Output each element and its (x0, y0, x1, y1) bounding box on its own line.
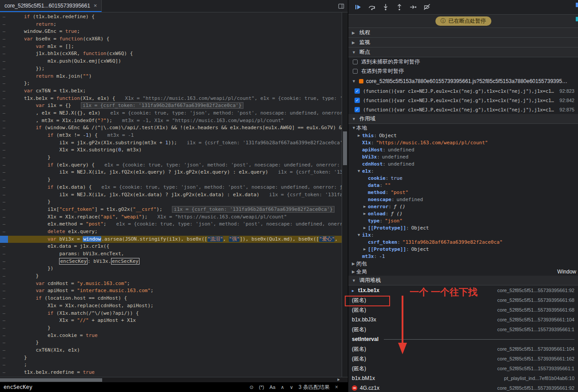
call-stack-frame[interactable]: (匿名)core_52f85c5f51...55739395661:68 (348, 305, 578, 315)
code-text[interactable]: } (8, 198, 51, 206)
regex-toggle-icon[interactable]: (*) (259, 384, 264, 390)
call-stack-frame[interactable]: (匿名)core_52f85c5f51...155739395661:1 (348, 364, 578, 373)
code-text[interactable]: m1x.push(Qu1x.emj[cxW6Q]) (8, 58, 121, 65)
code-line[interactable]: – }) (0, 265, 342, 273)
scope-variable-row[interactable]: method:"post" (348, 189, 578, 196)
fold-marker-icon[interactable]: – (0, 132, 8, 139)
fold-marker-icon[interactable]: – (0, 73, 8, 80)
fold-marker-icon[interactable]: – (0, 176, 8, 184)
fold-marker-icon[interactable]: – (0, 124, 8, 132)
code-line[interactable]: – var cdnHost = "y.music.163.com"; (0, 280, 342, 288)
breakpoint-file-group[interactable]: ▼ core_52f85c5f5153a7880e60155739395661.… (348, 76, 578, 86)
code-text[interactable]: } (8, 339, 39, 347)
code-line[interactable]: – } (0, 176, 342, 184)
call-stack-frame[interactable]: (匿名)core_52f85c5f51...5739395661:162 (348, 354, 578, 364)
code-text[interactable]: } (8, 354, 27, 362)
checkbox-checked[interactable]: ✓ (355, 107, 360, 112)
scope-variable-row[interactable]: data:"" (348, 182, 578, 189)
code-line[interactable]: – j1x.bh1x(cxX6R, function(cxW6Q) { (0, 50, 342, 58)
chevron-right-icon[interactable]: ▶ (352, 269, 356, 274)
code-line[interactable]: – encSecKey: bVi3x.encSecKey (0, 258, 342, 265)
code-line[interactable]: – m1x.push(Qu1x.emj[cxW6Q]) (0, 58, 342, 65)
code-line[interactable]: – , e1x = NEJ.X({}, e1x)e1x = {cookie: t… (0, 110, 342, 117)
fold-marker-icon[interactable]: – (0, 287, 8, 295)
scope-variable-row[interactable]: ▶[[Prototype]]:Object (348, 245, 578, 253)
step-into-button[interactable] (382, 4, 389, 11)
section-watch[interactable]: ▶ 监视 (348, 38, 578, 48)
code-text[interactable]: return; (8, 21, 56, 28)
fold-marker-icon[interactable]: – (0, 339, 8, 347)
scope-group[interactable]: ▼本地 (348, 124, 578, 132)
scope-variable-row[interactable]: noescape:undefined (348, 196, 578, 203)
fold-marker-icon[interactable]: – (0, 154, 8, 162)
section-scope[interactable]: ▼ 作用域 (348, 114, 578, 124)
code-text[interactable]: var cdnHost = "y.music.163.com"; (8, 280, 130, 288)
breakpoint-entry[interactable]: ✓(function(){var c1x=NEJ.P,eu1x=c1x("nej… (348, 95, 578, 105)
scope-variable-row[interactable]: mt3x:-1 (348, 253, 578, 260)
code-line[interactable]: –if (t1x.be1x.redefine) { (0, 13, 342, 21)
fold-marker-icon[interactable]: – (0, 191, 8, 199)
code-line[interactable]: – } (0, 339, 342, 347)
code-text[interactable]: t1x.be1x.redefine = true (8, 369, 95, 376)
fold-marker-icon[interactable]: – (0, 228, 8, 236)
code-text[interactable]: e1x.data = j1x.cr1x({ (8, 243, 109, 250)
code-text[interactable]: } (8, 154, 51, 162)
fold-marker-icon[interactable]: – (0, 214, 8, 221)
code-text[interactable]: var m1x = []; (8, 43, 74, 51)
fold-marker-icon[interactable]: – (0, 273, 8, 280)
chevron-right-icon[interactable]: ▶ (363, 247, 368, 251)
fold-marker-icon[interactable]: – (0, 184, 8, 191)
checkbox-unchecked[interactable] (353, 59, 358, 64)
code-text[interactable]: } (8, 176, 51, 184)
code-line[interactable]: – i1x = j1x.gP2x(X1x.substring(mt3x + 1)… (0, 139, 342, 147)
code-text[interactable]: X1x = X1x.replace("api", "weapi");X1x = … (8, 214, 287, 221)
section-callstack[interactable]: ▼ 调用堆栈 (348, 276, 578, 285)
code-text[interactable]: if (t1x.be1x.redefine) { (8, 13, 95, 21)
scope-variable-row[interactable]: ▶onerror:ƒ () (348, 203, 578, 210)
fold-marker-icon[interactable]: – (0, 36, 8, 43)
code-text[interactable]: e1x.method = "post";e1x = {cookie: true,… (8, 221, 342, 228)
code-text[interactable]: }); (8, 65, 44, 73)
scroll-right-icon[interactable]: ▸ (337, 376, 340, 382)
code-text[interactable]: i1x = NEJ.X(i1x, j1x.fQ2x(e1x.query) ? j… (8, 169, 342, 176)
code-text[interactable]: } (8, 273, 39, 280)
fold-marker-icon[interactable]: – (0, 206, 8, 214)
fold-marker-icon[interactable]: – (0, 28, 8, 36)
fold-marker-icon[interactable]: – (0, 325, 8, 332)
code-line[interactable]: –t1x.be1x.redefine = true (0, 369, 342, 376)
code-text[interactable]: , e1x = NEJ.X({}, e1x)e1x = {cookie: tru… (8, 110, 342, 117)
code-line[interactable]: – if (X1x.match(/^\/(we)?api/)) { (0, 310, 342, 317)
code-text[interactable]: var cxT6N = t1x.be1x; (8, 87, 86, 95)
chevron-right-icon[interactable]: ▶ (363, 204, 368, 209)
fold-marker-icon[interactable]: – (0, 295, 8, 302)
fold-marker-icon[interactable]: – (0, 221, 8, 228)
code-editor[interactable]: –if (t1x.be1x.redefine) {– return;–windo… (0, 12, 342, 377)
resume-button[interactable] (355, 4, 362, 11)
code-text[interactable]: X1x = X1x.substring(0, mt3x) (8, 147, 142, 154)
code-text[interactable]: if (X1x.match(/^\/(we)?api/)) { (8, 310, 139, 317)
fold-marker-icon[interactable]: – (0, 243, 8, 250)
scope-variable-row[interactable]: type:"json" (348, 217, 578, 224)
code-line[interactable]: – var apiHost = "interface.music.163.com… (0, 287, 342, 295)
fold-marker-icon[interactable]: – (0, 43, 8, 51)
section-threads[interactable]: ▶ 线程 (348, 28, 578, 38)
fold-marker-icon[interactable]: – (0, 347, 8, 354)
code-text[interactable]: ; (8, 361, 27, 369)
code-text[interactable]: var bVi3x = window.asrsea(JSON.stringify… (8, 236, 341, 243)
code-text[interactable]: }; (8, 80, 30, 87)
code-line[interactable]: – if (mt3x != -1) {mt3x = -1 (0, 132, 342, 139)
code-line[interactable]: – i1x["csrf_token"] = t1x.gO2x("__csrf")… (0, 206, 342, 214)
fold-marker-icon[interactable]: – (0, 354, 8, 362)
code-line[interactable]: – e1x.data = j1x.cr1x({ (0, 243, 342, 250)
code-line[interactable]: – e1x.cookie = true (0, 332, 342, 340)
scope-variable-row[interactable]: ▶onload:ƒ () (348, 210, 578, 217)
checkbox-checked[interactable]: ✓ (355, 98, 360, 103)
scope-variable-row[interactable]: csrf_token:"131fa96b28af667aa6399e82f2ac… (348, 238, 578, 245)
call-stack-frame[interactable]: 4G.cz1xcore_52f85c5f51...55739395661:92 (348, 383, 578, 392)
code-text[interactable]: params: bVi3x.encText, (8, 250, 124, 258)
fold-marker-icon[interactable]: – (0, 280, 8, 288)
code-line[interactable]: – X1x = "//" + apiHost + X1x (0, 317, 342, 325)
code-text[interactable]: j1x.bh1x(cxX6R, function(cxW6Q) { (8, 50, 133, 58)
code-line[interactable]: – if (e1x.query) {e1x = {cookie: true, t… (0, 162, 342, 169)
fold-marker-icon[interactable]: – (0, 13, 8, 21)
